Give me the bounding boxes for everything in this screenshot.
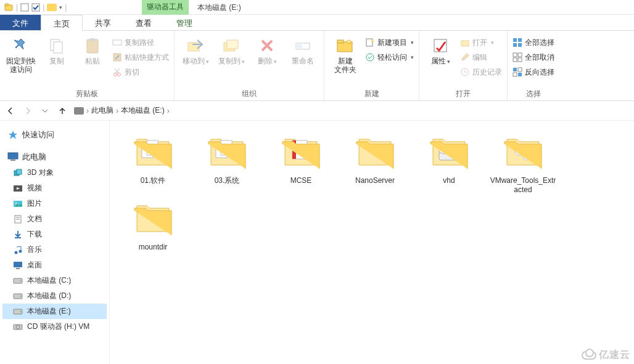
cut-icon: [112, 67, 122, 77]
breadcrumb-drive[interactable]: 本地磁盘 (E:): [121, 105, 165, 116]
paste-button[interactable]: 粘贴: [76, 33, 109, 65]
music-icon: [12, 245, 23, 255]
up-button[interactable]: [57, 105, 68, 116]
qat-dropdown[interactable]: ▾: [59, 4, 62, 10]
properties-button[interactable]: 属性: [424, 33, 456, 66]
checkbox-empty-icon[interactable]: [20, 3, 29, 12]
sidebar-item-label: 本地磁盘 (E:): [27, 306, 71, 317]
folder-item[interactable]: VMware_Tools_Extracted: [486, 132, 560, 198]
select-none-button[interactable]: 全部取消: [513, 51, 554, 64]
sidebar-item-downloads[interactable]: 下载: [2, 227, 107, 242]
select-all-button[interactable]: 全部选择: [513, 36, 554, 49]
new-item-button[interactable]: 新建项目▾: [365, 36, 414, 49]
open-button[interactable]: 打开▾: [460, 36, 502, 49]
tab-view[interactable]: 查看: [123, 15, 164, 30]
svg-point-22: [371, 39, 374, 42]
svg-point-51: [19, 249, 22, 253]
ribbon: 固定到快 速访问 复制 粘贴 复制路径 粘贴快捷方式 剪切 剪贴板 移动到: [0, 31, 634, 101]
group-label-select: 选择: [513, 87, 554, 99]
folder-item[interactable]: MCSE: [264, 132, 338, 198]
watermark: 亿速云: [582, 349, 630, 362]
svg-rect-53: [16, 268, 20, 269]
sidebar-item-label: 图片: [27, 198, 42, 209]
history-button[interactable]: 历史记录: [460, 65, 502, 79]
sidebar-this-pc[interactable]: 此电脑: [2, 149, 107, 165]
copy-to-button[interactable]: 复制到: [215, 33, 247, 66]
tab-file[interactable]: 文件: [0, 15, 41, 30]
svg-rect-18: [337, 40, 344, 43]
copy-path-icon: [112, 38, 122, 47]
folder-content[interactable]: 01.软件03.系统MCSENanoServervhdVMware_Tools_…: [110, 121, 634, 364]
svg-rect-2: [21, 4, 28, 11]
folder-item[interactable]: vhd: [412, 132, 486, 198]
sidebar-item-desktop[interactable]: 桌面: [2, 257, 107, 273]
forward-button[interactable]: [22, 105, 33, 116]
group-clipboard: 固定到快 速访问 复制 粘贴 复制路径 粘贴快捷方式 剪切 剪贴板: [0, 31, 175, 100]
svg-point-50: [15, 251, 18, 254]
sidebar-item-music[interactable]: 音乐: [2, 242, 107, 257]
rename-button[interactable]: 重命名: [287, 33, 319, 65]
group-organize: 移动到 复制到 删除 重命名 组织: [175, 31, 324, 100]
folder-icon: [427, 135, 471, 172]
tab-manage[interactable]: 管理: [164, 15, 205, 30]
folder-item[interactable]: 01.软件: [116, 132, 190, 198]
sidebar-quick-access[interactable]: 快速访问: [2, 127, 107, 143]
folder-item[interactable]: 03.系统: [190, 132, 264, 198]
sidebar-item-3d[interactable]: 3D 对象: [2, 165, 107, 180]
sidebar-item-video[interactable]: 视频: [2, 180, 107, 196]
video-icon: [12, 184, 23, 193]
copy-to-icon: [222, 36, 241, 55]
sidebar-item-drive-h[interactable]: CD 驱动器 (H:) VM: [2, 319, 107, 334]
paste-shortcut-button[interactable]: 粘贴快捷方式: [112, 51, 169, 64]
cut-button[interactable]: 剪切: [112, 65, 169, 79]
move-to-button[interactable]: 移动到: [179, 33, 212, 66]
folder-icon[interactable]: [47, 4, 57, 11]
folder-item[interactable]: NanoServer: [338, 132, 412, 198]
tab-home[interactable]: 主页: [41, 15, 83, 31]
folder-icon: [131, 135, 175, 172]
folder-item[interactable]: mountdir: [116, 198, 190, 256]
svg-rect-35: [513, 68, 517, 71]
move-to-icon: [186, 36, 205, 55]
rename-icon: [294, 37, 311, 54]
svg-point-45: [15, 202, 17, 204]
sidebar-item-pictures[interactable]: 图片: [2, 196, 107, 211]
svg-rect-39: [8, 153, 18, 159]
easy-access-button[interactable]: 轻松访问▾: [365, 51, 414, 64]
breadcrumb-root[interactable]: 此电脑: [91, 105, 113, 116]
breadcrumb[interactable]: › 此电脑 › 本地磁盘 (E:) ›: [74, 105, 170, 116]
svg-rect-5: [54, 42, 62, 53]
checkbox-checked-icon[interactable]: [31, 3, 40, 12]
tab-share[interactable]: 共享: [83, 15, 123, 30]
edit-button[interactable]: 编辑: [460, 51, 502, 64]
sidebar-item-label: 视频: [27, 183, 42, 193]
new-folder-button[interactable]: ✦ 新建 文件夹: [329, 33, 361, 74]
sidebar-item-label: 本地磁盘 (C:): [27, 275, 71, 286]
copy-button[interactable]: 复制: [41, 33, 73, 65]
breadcrumb-sep: ›: [86, 107, 89, 115]
star-icon: [7, 130, 19, 140]
delete-button[interactable]: 删除: [251, 33, 283, 66]
invert-selection-button[interactable]: 反向选择: [513, 65, 554, 79]
history-icon: [460, 67, 470, 77]
drive-tools-context-tab: 驱动器工具: [142, 0, 189, 15]
sidebar-item-documents[interactable]: 文档: [2, 211, 107, 227]
select-all-icon: [513, 38, 522, 47]
downloads-icon: [12, 230, 23, 240]
window-title: 本地磁盘 (E:): [197, 2, 241, 13]
recent-locations-button[interactable]: [39, 105, 51, 116]
pin-quick-access-button[interactable]: 固定到快 速访问: [5, 33, 37, 74]
arrow-up-icon: [57, 106, 67, 116]
sidebar-item-drive-c[interactable]: 本地磁盘 (C:): [2, 273, 107, 288]
copy-icon: [48, 37, 65, 54]
sidebar-item-label: 3D 对象: [27, 168, 54, 178]
back-button[interactable]: [5, 105, 16, 116]
copy-path-button[interactable]: 复制路径: [112, 36, 169, 49]
documents-icon: [12, 214, 23, 224]
sidebar-item-drive-e[interactable]: 本地磁盘 (E:): [2, 304, 107, 319]
svg-rect-3: [32, 4, 39, 11]
sidebar-item-drive-d[interactable]: 本地磁盘 (D:): [2, 288, 107, 304]
easy-access-icon: [365, 52, 375, 62]
drive-icon: [74, 107, 84, 115]
sidebar-item-label: 音乐: [27, 245, 42, 255]
